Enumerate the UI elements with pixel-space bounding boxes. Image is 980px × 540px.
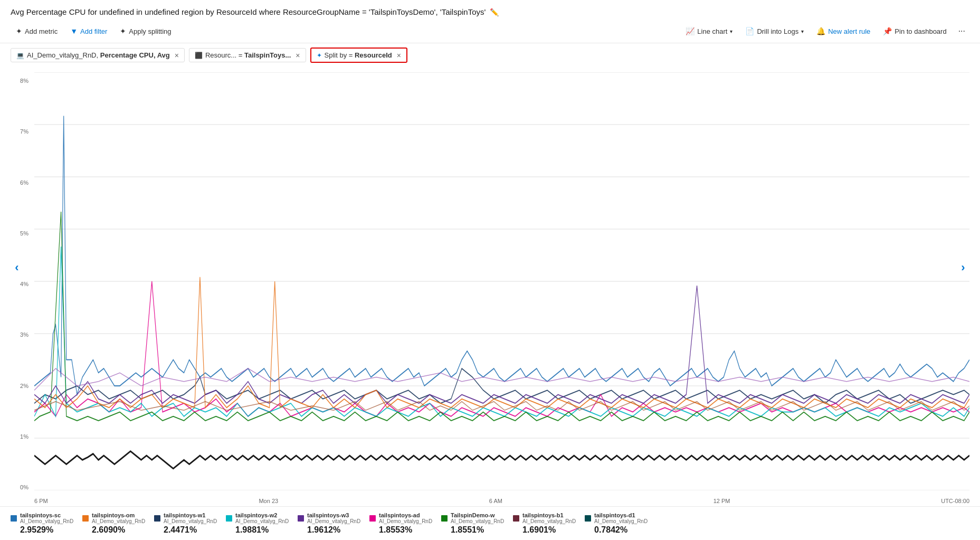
legend-value-w3: 1.9612% <box>298 525 361 535</box>
y-label-8: 8% <box>20 78 32 84</box>
legend-item-sc: tailspintoys-sc AI_Demo_vitalyg_RnD 2.95… <box>11 512 74 535</box>
x-label-6am: 6 AM <box>489 498 502 504</box>
x-label-12pm: 12 PM <box>713 498 730 504</box>
legend-item-d1: tailspintoys-d1 AI_Demo_vitalyg_RnD 0.78… <box>585 512 648 535</box>
y-axis: 8% 7% 6% 5% 4% 3% 2% 1% 0% <box>11 72 32 506</box>
split-chip-text: Split by = ResourceId <box>325 51 392 59</box>
split-chip-close[interactable]: × <box>397 52 401 59</box>
new-alert-rule-label: New alert rule <box>828 27 870 35</box>
y-label-7: 7% <box>20 128 32 135</box>
legend-top-sc: tailspintoys-sc AI_Demo_vitalyg_RnD <box>11 512 74 524</box>
legend-item-ad: tailspintoys-ad AI_Demo_vitalyg_RnD 1.85… <box>369 512 433 535</box>
legend-name-om: tailspintoys-om AI_Demo_vitalyg_RnD <box>92 512 145 524</box>
legend-name-w1: tailspintoys-w1 AI_Demo_vitalyg_RnD <box>164 512 217 524</box>
main-page: Avg Percentage CPU for undefined in unde… <box>0 0 980 540</box>
legend-color-w2 <box>226 515 232 522</box>
chart-nav-right[interactable]: › <box>957 261 969 274</box>
apply-splitting-button[interactable]: ✦ Apply splitting <box>115 24 176 38</box>
more-options-button[interactable]: ··· <box>954 24 969 39</box>
filter-chip-icon: ⬛ <box>195 52 203 59</box>
legend-name-sc: tailspintoys-sc AI_Demo_vitalyg_RnD <box>20 512 73 524</box>
legend-name-ad: tailspintoys-ad AI_Demo_vitalyg_RnD <box>379 512 432 524</box>
legend-value-w1: 2.4471% <box>154 525 217 535</box>
drill-logs-icon: 📄 <box>745 27 754 35</box>
y-label-4: 4% <box>20 281 32 287</box>
pin-icon: 📌 <box>883 27 892 35</box>
legend-value-w2: 1.9881% <box>226 525 289 535</box>
add-metric-icon: ✦ <box>16 27 22 35</box>
legend-top-w2: tailspintoys-w2 AI_Demo_vitalyg_RnD <box>226 512 289 524</box>
legend-top-b1: tailspintoys-b1 AI_Demo_vitalyg_RnD <box>513 512 576 524</box>
toolbar: ✦ Add metric ▼ Add filter ✦ Apply splitt… <box>0 20 980 43</box>
y-label-1: 1% <box>20 433 32 440</box>
legend-color-ad <box>369 515 376 522</box>
add-metric-button[interactable]: ✦ Add metric <box>11 24 63 38</box>
legend-value-ad: 1.8553% <box>369 525 433 535</box>
x-label-mon23: Mon 23 <box>259 498 278 504</box>
legend-top-d1: tailspintoys-d1 AI_Demo_vitalyg_RnD <box>585 512 648 524</box>
drill-into-logs-label: Drill into Logs <box>757 27 798 35</box>
legend-item-b1: tailspintoys-b1 AI_Demo_vitalyg_RnD 1.69… <box>513 512 576 535</box>
metric-chip-icon: 💻 <box>16 52 24 59</box>
drill-dropdown-icon: ▾ <box>801 29 804 34</box>
filter-chip: ⬛ Resourc... = TailspinToys... × <box>189 48 306 62</box>
legend-color-demo-w <box>441 515 448 522</box>
x-labels-row: 6 PM Mon 23 6 AM 12 PM UTC-08:00 <box>34 498 969 506</box>
metric-chip: 💻 AI_Demo_vitalyg_RnD, Percentage CPU, A… <box>11 48 185 62</box>
chart-wrapper: ‹ 8% 7% 6% 5% 4% 3% 2% 1% 0% <box>11 72 969 506</box>
legend-color-d1 <box>585 515 591 522</box>
line-chart-dropdown-icon: ▾ <box>730 29 732 34</box>
filter-chip-close[interactable]: × <box>296 52 300 59</box>
legend-item-w3: tailspintoys-w3 AI_Demo_vitalyg_RnD 1.96… <box>298 512 361 535</box>
legend-value-b1: 1.6901% <box>513 525 576 535</box>
y-label-5: 5% <box>20 230 32 236</box>
line-chart-button[interactable]: 📈 Line chart ▾ <box>680 24 738 38</box>
apply-splitting-icon: ✦ <box>120 27 126 35</box>
pin-to-dashboard-button[interactable]: 📌 Pin to dashboard <box>878 24 952 38</box>
x-label-utc: UTC-08:00 <box>941 498 969 504</box>
add-filter-label: Add filter <box>80 27 107 35</box>
legend-item-w1: tailspintoys-w1 AI_Demo_vitalyg_RnD 2.44… <box>154 512 217 535</box>
new-alert-rule-button[interactable]: 🔔 New alert rule <box>811 24 876 38</box>
y-label-3: 3% <box>20 331 32 338</box>
legend-name-d1: tailspintoys-d1 AI_Demo_vitalyg_RnD <box>594 512 648 524</box>
legend-color-om <box>82 515 89 522</box>
metric-chip-text: AI_Demo_vitalyg_RnD, Percentage CPU, Avg <box>27 51 170 59</box>
legend-color-sc <box>11 515 17 522</box>
drill-into-logs-button[interactable]: 📄 Drill into Logs ▾ <box>740 24 809 38</box>
line-chart-icon: 📈 <box>686 27 694 35</box>
x-label-6pm: 6 PM <box>34 498 48 504</box>
legend-name-w2: tailspintoys-w2 AI_Demo_vitalyg_RnD <box>235 512 289 524</box>
toolbar-left: ✦ Add metric ▼ Add filter ✦ Apply splitt… <box>11 24 177 38</box>
alert-rule-icon: 🔔 <box>816 27 825 35</box>
legend-color-w3 <box>298 515 304 522</box>
metric-chip-close[interactable]: × <box>175 52 179 59</box>
legend-top-w3: tailspintoys-w3 AI_Demo_vitalyg_RnD <box>298 512 361 524</box>
chart-nav-left[interactable]: ‹ <box>11 261 23 274</box>
legend-top-demo-w: TailspinDemo-w AI_Demo_vitalyg_RnD <box>441 512 505 524</box>
x-axis: 6 PM Mon 23 6 AM 12 PM UTC-08:00 <box>34 490 969 506</box>
edit-title-icon[interactable]: ✏️ <box>490 8 499 16</box>
split-chip-icon: ✦ <box>317 52 322 59</box>
line-chart-label: Line chart <box>697 27 727 35</box>
legend-top-ad: tailspintoys-ad AI_Demo_vitalyg_RnD <box>369 512 433 524</box>
legend-item-demo-w: TailspinDemo-w AI_Demo_vitalyg_RnD 1.855… <box>441 512 505 535</box>
filter-chip-text: Resourc... = TailspinToys... <box>205 51 291 59</box>
legend: tailspintoys-sc AI_Demo_vitalyg_RnD 2.95… <box>0 506 980 540</box>
y-label-6: 6% <box>20 179 32 186</box>
chips-bar: 💻 AI_Demo_vitalyg_RnD, Percentage CPU, A… <box>0 43 980 67</box>
chart-area: ‹ 8% 7% 6% 5% 4% 3% 2% 1% 0% <box>0 67 980 506</box>
legend-color-b1 <box>513 515 519 522</box>
legend-value-om: 2.6090% <box>82 525 146 535</box>
legend-name-b1: tailspintoys-b1 AI_Demo_vitalyg_RnD <box>522 512 576 524</box>
page-title: Avg Percentage CPU for undefined in unde… <box>11 7 486 16</box>
legend-name-w3: tailspintoys-w3 AI_Demo_vitalyg_RnD <box>307 512 360 524</box>
y-label-2: 2% <box>20 383 32 389</box>
legend-item-w2: tailspintoys-w2 AI_Demo_vitalyg_RnD 1.98… <box>226 512 289 535</box>
chart-inner: 6 PM Mon 23 6 AM 12 PM UTC-08:00 <box>34 72 969 506</box>
legend-value-sc: 2.9529% <box>11 525 74 535</box>
title-bar: Avg Percentage CPU for undefined in unde… <box>0 0 980 20</box>
add-filter-button[interactable]: ▼ Add filter <box>65 24 112 38</box>
split-chip: ✦ Split by = ResourceId × <box>310 48 407 63</box>
toolbar-right: 📈 Line chart ▾ 📄 Drill into Logs ▾ 🔔 New… <box>680 24 969 39</box>
